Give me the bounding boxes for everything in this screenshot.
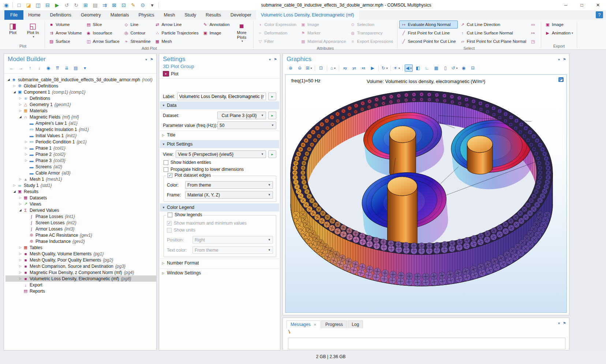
back-icon[interactable]: ←: [8, 64, 16, 72]
view-xy-button[interactable]: xy: [341, 64, 349, 72]
tree-collapsed-icon[interactable]: ▷: [18, 97, 23, 100]
slice-button[interactable]: ▤Slice: [84, 20, 121, 29]
tree-collapsed-icon[interactable]: ▷: [18, 258, 23, 262]
section-window-settings[interactable]: ▷ Window Settings: [160, 269, 279, 277]
image-snapshot-button[interactable]: ◉: [460, 64, 468, 72]
tree-item[interactable]: ⊚Phase AC Resistance{gev1}: [5, 232, 156, 238]
filter-button[interactable]: ▽Filter: [255, 37, 298, 45]
deformation-button[interactable]: ∼Deformation: [255, 29, 298, 37]
tab-progress[interactable]: Progress: [321, 320, 347, 328]
plot-in-button[interactable]: ◱Plot In▾: [23, 20, 43, 38]
chevron-down-icon[interactable]: ▾: [269, 57, 271, 61]
tree-collapsed-icon[interactable]: ▷: [24, 140, 29, 143]
tab-log[interactable]: Log: [348, 320, 363, 328]
print-button[interactable]: ⊟: [469, 64, 477, 72]
close-button[interactable]: ✕: [590, 0, 606, 10]
text-color-dropdown[interactable]: From theme ▼: [192, 246, 273, 254]
scene-light-button[interactable]: ☀▾: [393, 64, 401, 72]
model-tree-settings-icon[interactable]: ▤: [72, 64, 80, 72]
pin-icon[interactable]: ⚑: [150, 57, 153, 61]
tree-collapsed-icon[interactable]: ▷: [24, 146, 29, 150]
tree-item[interactable]: ▭Magnetic Insulation 1{mi1}: [5, 126, 156, 132]
tab-messages[interactable]: Messages✕: [287, 320, 321, 328]
tab-materials[interactable]: Materials: [106, 10, 134, 20]
view-dropdown[interactable]: View 5 (Perspective) {view5} ▼: [176, 150, 266, 158]
tree-item[interactable]: ◢∩Magnetic Fields(mf) {mf}: [5, 114, 156, 120]
tree-item[interactable]: ▷▦Tables: [5, 244, 156, 251]
copy-icon[interactable]: ⊞: [82, 1, 90, 9]
cut-line-surface-normal-button[interactable]: ↑Cut Line Surface Normal: [458, 29, 528, 37]
chevron-down-icon[interactable]: ▾: [558, 57, 560, 61]
chevron-down-icon[interactable]: ▾: [145, 57, 147, 61]
cut-plane-pointer-button[interactable]: ◳: [528, 37, 539, 45]
plot-button[interactable]: ◨Plot: [3, 20, 23, 35]
tree-item[interactable]: ▷▲Mesh 1{mesh1}: [5, 176, 156, 182]
export-image-button[interactable]: ▣Image: [543, 20, 575, 29]
tree-item[interactable]: ▷■Magnetic Flux Density, z Component Nor…: [5, 269, 156, 275]
tree-item[interactable]: ▬Screens{al2}: [5, 164, 156, 170]
isosurface-button[interactable]: ◉Isosurface: [84, 29, 121, 37]
selection-button[interactable]: ⊙Selection: [348, 20, 395, 29]
go-to-source-button[interactable]: ▸: [268, 93, 276, 100]
tree-collapsed-icon[interactable]: ▷: [18, 277, 23, 280]
pin-icon[interactable]: ⚑: [563, 57, 566, 61]
cut-plane-select-button[interactable]: ▭: [528, 20, 539, 29]
tree-collapsed-icon[interactable]: ▷: [18, 202, 23, 206]
tree-collapsed-icon[interactable]: ▷: [18, 246, 23, 249]
dataset-dropdown[interactable]: Cut Plane 3 {cpl3} ▼: [217, 112, 266, 119]
contour-button[interactable]: ◎Contour: [121, 29, 152, 37]
color-legend-toggle-button[interactable]: ▯: [441, 64, 449, 72]
tree-item[interactable]: ▷▬Phase 2{coil2}: [5, 151, 156, 157]
tree-item[interactable]: ▷■Mesh Quality, Volume Elements{pg1}: [5, 251, 156, 257]
more-icon[interactable]: ▾: [81, 64, 89, 72]
tab-file[interactable]: File: [4, 10, 23, 20]
tab-results[interactable]: Results: [201, 10, 226, 20]
transparency-toggle-button[interactable]: ◧: [414, 64, 422, 72]
tree-item[interactable]: ◢ΣDerived Values: [5, 207, 156, 213]
position-dropdown[interactable]: Right ▼: [192, 236, 273, 244]
highlight-icon[interactable]: ✎: [129, 1, 137, 9]
collapse-all-icon[interactable]: ⇈: [53, 64, 61, 72]
zoom-in-button[interactable]: ⊕: [287, 64, 295, 72]
parameter-value-dropdown[interactable]: 50 ▼: [217, 121, 276, 129]
plot-button[interactable]: Plot: [171, 71, 179, 76]
tab-geometry[interactable]: Geometry: [76, 10, 106, 20]
tab-volumetric-loss-density-electromagnetic-mf[interactable]: Volumetric Loss Density, Electromagnetic…: [256, 10, 359, 20]
second-point-for-cut-line-button[interactable]: ╱Second Point for Cut Line: [399, 37, 458, 45]
tree-item[interactable]: ▷■Volumetric Loss Density, Electromagnet…: [5, 275, 156, 282]
tree-item[interactable]: ▷∞Study 1{std1}: [5, 182, 156, 188]
tree-expanded-icon[interactable]: ◢: [18, 209, 23, 212]
section-number-format[interactable]: ▷ Number Format: [160, 259, 279, 267]
mesh-button[interactable]: ▦Mesh: [153, 37, 200, 45]
tree-item[interactable]: ◢▣Results: [5, 188, 156, 195]
section-plot-settings[interactable]: ▼ Plot Settings: [160, 140, 279, 148]
tree-item[interactable]: ▬Initial Values 1{init1}: [5, 132, 156, 139]
surface-button[interactable]: ▨Surface: [47, 37, 84, 45]
tree-item[interactable]: ◢▣Component 1(comp1) {comp1}: [5, 89, 156, 95]
tree-collapsed-icon[interactable]: ▷: [18, 177, 23, 181]
section-data[interactable]: ▼ Data: [160, 101, 279, 109]
particle-trajectories-button[interactable]: ∴Particle Trajectories: [153, 29, 200, 37]
animation-button[interactable]: ▶Animation▾: [543, 29, 575, 37]
grid-toggle-button[interactable]: ▦: [432, 64, 440, 72]
menu-arrow-icon[interactable]: ▾: [148, 1, 156, 9]
run-icon[interactable]: ▶: [53, 1, 61, 9]
tree-item[interactable]: ▬Ampère's Law 1{al1}: [5, 120, 156, 126]
save-icon[interactable]: ◫: [34, 1, 42, 9]
material-appearance-button[interactable]: ▩Material Appearance: [299, 37, 348, 45]
zoom-out-button[interactable]: ⊖: [296, 64, 304, 72]
play-animation-button[interactable]: ▶: [369, 64, 377, 72]
tab-home[interactable]: Home: [23, 10, 45, 20]
tree-item[interactable]: ▷▭Periodic Condition 1{pc1}: [5, 139, 156, 145]
tree-collapsed-icon[interactable]: ▷: [18, 252, 23, 255]
forward-icon[interactable]: →: [17, 64, 25, 72]
label-input[interactable]: [177, 93, 266, 100]
show-hidden-entities-checkbox[interactable]: [164, 160, 168, 165]
tree-collapsed-icon[interactable]: ▷: [18, 109, 23, 112]
tree-collapsed-icon[interactable]: ▷: [18, 103, 23, 106]
line-button[interactable]: ◇Line: [121, 20, 152, 29]
close-icon[interactable]: ✕: [314, 323, 317, 327]
tree-item[interactable]: ▬Cable Armor{al3}: [5, 170, 156, 176]
find-icon[interactable]: ⊙: [139, 1, 147, 9]
propagate-hiding-checkbox[interactable]: [164, 167, 168, 172]
